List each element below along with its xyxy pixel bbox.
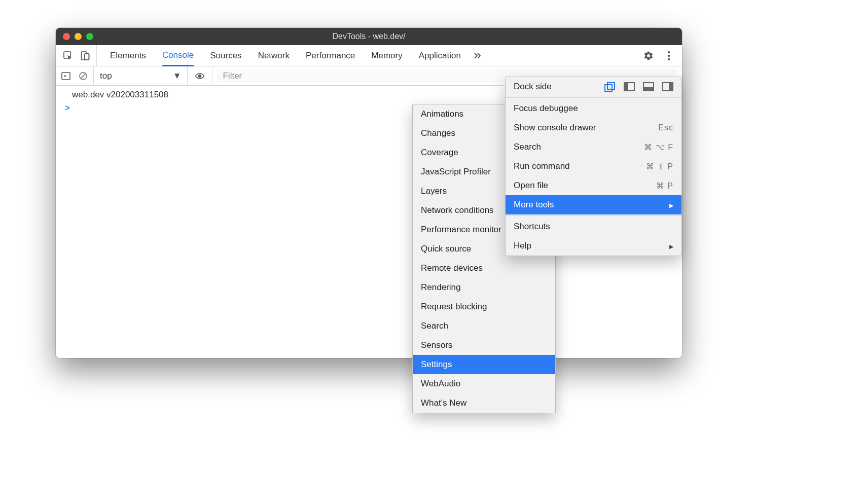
menu-item-shortcut: ⌘ P [656,181,673,191]
menu-item-shortcuts[interactable]: Shortcuts [506,217,681,236]
menu-item-open-file[interactable]: Open file⌘ P [506,176,681,195]
more-tools-item-webaudio[interactable]: WebAudio [413,374,555,393]
live-expression-eye-icon[interactable] [195,71,205,81]
devtools-tabs-bar: ElementsConsoleSourcesNetworkPerformance… [56,45,682,66]
tab-memory[interactable]: Memory [371,45,402,66]
console-sidebar-toggle-icon[interactable] [61,71,71,81]
more-tools-item-sensors[interactable]: Sensors [413,336,555,355]
window-titlebar: DevTools - web.dev/ [56,28,682,45]
toggle-device-toolbar-icon[interactable] [80,51,90,61]
menu-item-label: Focus debuggee [514,103,578,114]
menu-item-label: Shortcuts [514,222,550,232]
inspect-element-icon[interactable] [63,51,73,61]
more-tools-item-rendering[interactable]: Rendering [413,278,555,297]
dock-side-row: Dock side [506,77,681,96]
more-tools-item-settings[interactable]: Settings [413,355,555,374]
dock-undock-icon[interactable] [604,82,616,91]
settings-gear-icon[interactable] [643,51,654,61]
svg-rect-11 [607,83,615,89]
zoom-window-button[interactable] [86,33,93,40]
menu-item-label: Search [514,142,541,152]
tab-sources[interactable]: Sources [210,45,241,66]
tab-console[interactable]: Console [162,46,194,66]
svg-point-5 [668,54,670,56]
minimize-window-button[interactable] [75,33,82,40]
more-tools-item-search[interactable]: Search [413,316,555,336]
menu-item-focus-debuggee[interactable]: Focus debuggee [506,99,681,118]
menu-item-shortcut: ⌘ ⇧ P [646,162,673,171]
menu-item-label: Open file [514,181,548,191]
menu-item-help[interactable]: Help [506,236,681,256]
kebab-menu-icon[interactable] [664,51,674,61]
tab-application[interactable]: Application [419,45,461,66]
svg-rect-10 [605,85,612,91]
menu-item-search[interactable]: Search⌘ ⌥ F [506,137,681,157]
menu-item-shortcut: ⌘ ⌥ F [644,142,673,152]
menu-item-label: Show console drawer [514,123,596,133]
dock-right-icon[interactable] [662,82,673,91]
window-title: DevTools - web.dev/ [56,32,682,41]
menu-item-more-tools[interactable]: More tools [506,195,681,214]
main-overflow-menu: Dock side Focus debuggeeShow console dra… [505,77,682,256]
clear-console-icon[interactable] [78,71,88,81]
tab-elements[interactable]: Elements [110,45,146,66]
context-label: top [100,71,112,81]
devtools-window: DevTools - web.dev/ ElementsConsoleSourc… [56,28,682,358]
menu-separator [506,97,681,98]
more-tools-item-remote-devices[interactable]: Remote devices [413,259,555,278]
execution-context-select[interactable]: top ▼ [94,66,188,85]
dropdown-caret-icon: ▼ [173,71,182,81]
menu-item-shortcut: Esc [658,123,673,132]
dock-left-icon[interactable] [624,82,635,91]
svg-point-9 [199,75,201,77]
tabs-overflow-icon[interactable] [472,51,482,61]
submenu-arrow-icon [669,241,673,251]
svg-point-6 [668,58,670,60]
tab-performance[interactable]: Performance [306,45,355,66]
dock-bottom-icon[interactable] [643,82,654,91]
more-tools-item-request-blocking[interactable]: Request blocking [413,297,555,316]
dock-side-label: Dock side [514,82,552,92]
menu-item-label: More tools [514,200,554,210]
submenu-arrow-icon [669,200,673,210]
tabs-list: ElementsConsoleSourcesNetworkPerformance… [97,45,461,66]
menu-item-label: Run command [514,161,570,171]
tab-network[interactable]: Network [258,45,290,66]
menu-separator [506,215,681,216]
menu-item-show-console-drawer[interactable]: Show console drawerEsc [506,118,681,137]
more-tools-item-what-s-new[interactable]: What's New [413,393,555,413]
svg-point-4 [668,51,670,53]
menu-item-run-command[interactable]: Run command⌘ ⇧ P [506,157,681,176]
traffic-lights [56,33,93,40]
menu-item-label: Help [514,241,531,251]
svg-rect-2 [85,54,89,60]
close-window-button[interactable] [63,33,70,40]
